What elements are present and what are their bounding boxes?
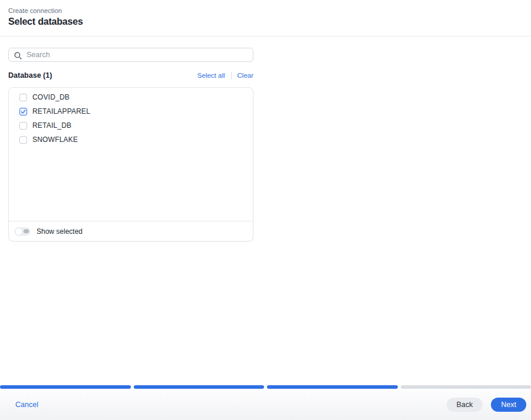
- cancel-link[interactable]: Cancel: [15, 401, 38, 409]
- next-button[interactable]: Next: [491, 398, 526, 412]
- main-column: Database (1) Select all Clear COVID_DB R…: [8, 48, 253, 242]
- checkbox[interactable]: [19, 136, 27, 144]
- database-row[interactable]: COVID_DB: [9, 90, 253, 104]
- page-header: Create connection Select databases: [0, 0, 531, 37]
- database-name: RETAIL_DB: [32, 121, 71, 130]
- clear-link[interactable]: Clear: [238, 72, 253, 79]
- progress-segment: [134, 385, 265, 389]
- progress-bar: [0, 385, 531, 389]
- show-selected-row: Show selected: [9, 221, 253, 241]
- check-icon: [20, 108, 27, 115]
- checkbox[interactable]: [19, 94, 27, 101]
- back-button[interactable]: Back: [447, 398, 483, 412]
- select-all-link[interactable]: Select all: [197, 72, 225, 79]
- action-divider: [231, 72, 232, 80]
- database-list: COVID_DB RETAILAPPAREL RETAIL_DB SNOWFLA…: [9, 88, 253, 221]
- database-row[interactable]: RETAIL_DB: [9, 118, 253, 133]
- database-name: SNOWFLAKE: [32, 135, 78, 144]
- toggle-track-pill-icon: [24, 229, 29, 233]
- progress-segment: [267, 385, 398, 389]
- database-name: RETAILAPPAREL: [32, 107, 90, 115]
- footer-actions: Back Next: [447, 398, 527, 412]
- database-name: COVID_DB: [32, 93, 70, 101]
- checkbox[interactable]: [19, 122, 27, 130]
- checkbox[interactable]: [19, 108, 27, 115]
- database-count-label: Database (1): [8, 71, 52, 80]
- toggle-knob-icon: [15, 227, 23, 236]
- list-header-actions: Select all Clear: [197, 72, 253, 80]
- breadcrumb: Create connection: [8, 7, 523, 14]
- footer: Cancel Back Next: [0, 389, 531, 420]
- search-box: [8, 48, 253, 62]
- show-selected-toggle[interactable]: [15, 227, 31, 236]
- database-list-header: Database (1) Select all Clear: [8, 70, 253, 81]
- page-title: Select databases: [8, 16, 523, 27]
- database-row[interactable]: SNOWFLAKE: [9, 133, 253, 147]
- progress-segment: [401, 385, 531, 389]
- database-row[interactable]: RETAILAPPAREL: [9, 104, 253, 118]
- database-panel: COVID_DB RETAILAPPAREL RETAIL_DB SNOWFLA…: [8, 87, 253, 242]
- show-selected-label: Show selected: [37, 227, 83, 236]
- search-input[interactable]: [9, 48, 253, 61]
- progress-segment: [0, 385, 131, 389]
